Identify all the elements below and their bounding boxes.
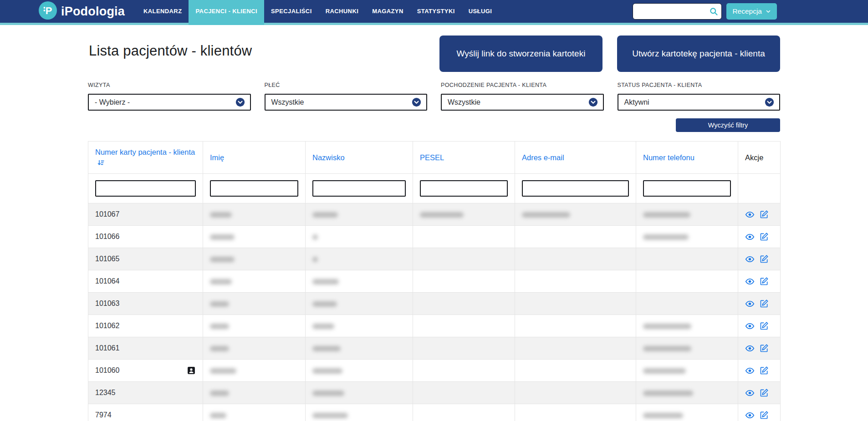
column-header-nazwisko[interactable]: Nazwisko xyxy=(306,142,413,174)
column-filter-input-imie[interactable] xyxy=(210,180,298,197)
redacted-phone xyxy=(643,324,691,329)
cell-phone xyxy=(636,382,738,404)
nav-item-kalendarz[interactable]: KALENDARZ xyxy=(137,0,189,23)
cell-phone xyxy=(636,226,738,248)
column-filter-input-email[interactable] xyxy=(522,180,629,197)
card-number: 101060 xyxy=(95,366,119,375)
table-row: 12345 xyxy=(88,382,781,404)
edit-patient-button[interactable] xyxy=(760,299,769,308)
sort-icon[interactable] xyxy=(97,159,105,167)
view-patient-button[interactable] xyxy=(745,232,755,242)
cell-actions xyxy=(738,382,781,404)
table-row: 101063 xyxy=(88,293,781,315)
table-head: Numer karty pacjenta - klientaImięNazwis… xyxy=(88,142,781,203)
filter-select-pochodzenie-pacjenta-klienta[interactable]: Wszystkie xyxy=(441,94,604,111)
filters-bar: WIZYTA- Wybierz -PŁEĆWszystkiePOCHODZENI… xyxy=(88,82,780,111)
create-card-button[interactable]: Utwórz kartotekę pacjenta - klienta xyxy=(617,36,780,72)
clear-filters-button[interactable]: Wyczyść filtry xyxy=(676,118,780,132)
nav-item-specjalisci[interactable]: SPECJALIŚCI xyxy=(264,0,319,23)
main-menu: KALENDARZPACJENCI - KLIENCISPECJALIŚCIRA… xyxy=(137,0,499,25)
edit-patient-button[interactable] xyxy=(760,321,769,330)
cell-email xyxy=(515,315,636,337)
nav-item-statystyki[interactable]: STATYSTYKI xyxy=(410,0,462,23)
card-number: 101065 xyxy=(95,255,119,263)
table-body: 1010671010661010651010641010631010621010… xyxy=(88,203,781,421)
global-search xyxy=(633,3,722,20)
column-header-label: PESEL xyxy=(420,153,444,162)
filter-select-plec[interactable]: Wszystkie xyxy=(265,94,428,111)
column-filter-cell-pesel xyxy=(413,174,515,203)
redacted-imie xyxy=(210,234,235,240)
redacted-nazwisko xyxy=(312,234,318,240)
cell-actions xyxy=(738,404,781,421)
column-header-card[interactable]: Numer karty pacjenta - klienta xyxy=(88,142,203,174)
card-number: 101061 xyxy=(95,344,119,352)
cell-email xyxy=(515,382,636,404)
view-patient-button[interactable] xyxy=(745,277,755,286)
redacted-nazwisko xyxy=(312,279,339,284)
logo-icon: P xyxy=(39,1,57,21)
redacted-nazwisko xyxy=(312,301,337,307)
send-link-button[interactable]: Wyślij link do stworzenia kartoteki xyxy=(439,36,602,72)
column-header-label: Numer karty pacjenta - klienta xyxy=(95,148,195,156)
filter-select-status-pacjenta-klienta[interactable]: Aktywni xyxy=(618,94,781,111)
nav-item-pacjenci-klienci[interactable]: PACJENCI - KLIENCI xyxy=(189,0,264,25)
select-chevron-icon xyxy=(588,97,598,107)
view-patient-button[interactable] xyxy=(745,344,755,353)
redacted-phone xyxy=(643,212,690,218)
cell-pesel xyxy=(413,337,515,360)
search-icon[interactable] xyxy=(709,7,718,16)
redacted-nazwisko xyxy=(312,368,342,374)
selected-value: Wszystkie xyxy=(448,98,480,107)
redacted-phone xyxy=(643,346,691,351)
cell-actions xyxy=(738,315,781,337)
cell-email xyxy=(515,203,636,226)
cell-phone xyxy=(636,360,738,382)
nav-item-rachunki[interactable]: RACHUNKI xyxy=(319,0,366,23)
view-patient-button[interactable] xyxy=(745,388,755,398)
cell-imie xyxy=(203,315,306,337)
cell-phone xyxy=(636,315,738,337)
cell-nazwisko xyxy=(306,248,413,270)
column-header-imie[interactable]: Imię xyxy=(203,142,306,174)
table-row: 101065 xyxy=(88,248,781,270)
column-header-pesel[interactable]: PESEL xyxy=(413,142,515,174)
nav-item-magazyn[interactable]: MAGAZYN xyxy=(365,0,410,23)
brand-logo[interactable]: P iPodologia xyxy=(39,0,125,23)
search-input[interactable] xyxy=(633,3,722,20)
view-patient-button[interactable] xyxy=(745,366,755,375)
redacted-nazwisko xyxy=(312,257,318,262)
filter-label: PŁEĆ xyxy=(265,82,428,88)
redacted-nazwisko xyxy=(312,324,334,329)
column-filter-input-phone[interactable] xyxy=(643,180,731,197)
cell-card-number: 101066 xyxy=(88,226,203,248)
redacted-email xyxy=(522,212,570,218)
view-patient-button[interactable] xyxy=(745,299,755,309)
nav-item-uslugi[interactable]: USŁUGI xyxy=(462,0,499,23)
view-patient-button[interactable] xyxy=(745,411,755,420)
edit-patient-button[interactable] xyxy=(760,411,769,420)
redacted-nazwisko xyxy=(312,391,344,396)
edit-patient-button[interactable] xyxy=(760,210,769,219)
column-header-phone[interactable]: Numer telefonu xyxy=(636,142,738,174)
edit-patient-button[interactable] xyxy=(760,277,769,286)
edit-patient-button[interactable] xyxy=(760,388,769,397)
view-patient-button[interactable] xyxy=(745,321,755,331)
filter-label: POCHODZENIE PACJENTA - KLIENTA xyxy=(441,82,604,88)
edit-patient-button[interactable] xyxy=(760,366,769,375)
column-filter-input-card[interactable] xyxy=(95,180,196,197)
edit-patient-button[interactable] xyxy=(760,232,769,241)
patient-card-icon xyxy=(187,366,196,375)
edit-patient-button[interactable] xyxy=(760,254,769,264)
column-header-email[interactable]: Adres e-mail xyxy=(515,142,636,174)
user-menu-button[interactable]: Recepcja xyxy=(726,3,777,20)
column-filter-cell-email xyxy=(515,174,636,203)
column-filter-input-nazwisko[interactable] xyxy=(312,180,406,197)
view-patient-button[interactable] xyxy=(745,254,755,264)
column-filter-input-pesel[interactable] xyxy=(420,180,508,197)
view-patient-button[interactable] xyxy=(745,210,755,219)
cell-card-number: 101064 xyxy=(88,270,203,293)
filter-select-wizyta[interactable]: - Wybierz - xyxy=(88,94,251,111)
cell-actions xyxy=(738,270,781,293)
edit-patient-button[interactable] xyxy=(760,344,769,353)
